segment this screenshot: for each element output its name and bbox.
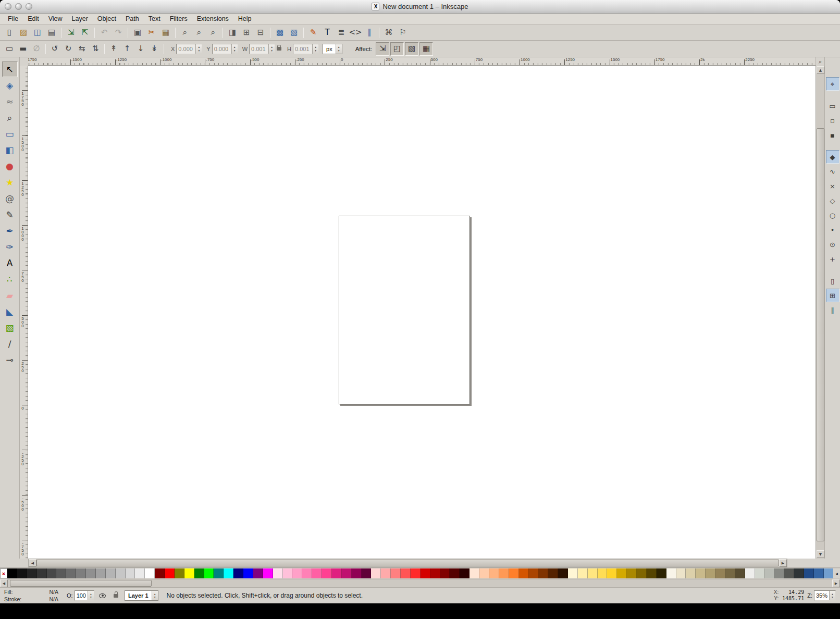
palette-swatch[interactable] (155, 568, 165, 578)
xml-editor-button[interactable]: <> (349, 26, 362, 40)
palette-swatch[interactable] (666, 568, 676, 578)
zoom-to-page-button[interactable]: ⌕ (206, 26, 220, 40)
palette-swatch[interactable] (568, 568, 578, 578)
palette-swatch[interactable] (352, 568, 362, 578)
palette-swatch[interactable] (627, 568, 637, 578)
palette-swatch[interactable] (479, 568, 489, 578)
palette-swatch[interactable] (735, 568, 745, 578)
palette-scroll-track[interactable] (8, 579, 832, 587)
scale-corners-toggle-button[interactable]: ◰ (390, 42, 404, 56)
palette-swatch[interactable] (194, 568, 204, 578)
rotate-cw-button[interactable]: ↻ (61, 42, 75, 56)
text-tool-button[interactable]: A (2, 255, 18, 271)
palette-swatch[interactable] (204, 568, 214, 578)
palette-swatch[interactable] (381, 568, 391, 578)
palette-swatch[interactable] (696, 568, 706, 578)
selector-tool-button[interactable]: ↖ (2, 61, 18, 77)
palette-menu-button[interactable]: ◂ (833, 568, 840, 578)
scroll-down-button[interactable]: ▼ (817, 550, 824, 558)
palette-swatch[interactable] (76, 568, 86, 578)
palette-swatch[interactable] (764, 568, 774, 578)
raise-to-top-button[interactable]: ↟ (107, 42, 120, 56)
horizontal-scrollbar[interactable]: ◀ ▶ (28, 559, 787, 567)
menu-filters[interactable]: Filters (165, 14, 192, 24)
eraser-tool-button[interactable]: ▰ (2, 288, 18, 303)
palette-swatch[interactable] (647, 568, 657, 578)
snap-guides-button[interactable]: ∥ (826, 303, 839, 317)
calligraphy-tool-button[interactable]: ✑ (2, 239, 18, 255)
palette-swatch[interactable] (47, 568, 57, 578)
tweak-tool-button[interactable]: ≈ (2, 94, 18, 109)
h-field[interactable]: 0.001▴▾ (293, 44, 319, 54)
zoom-to-selection-button[interactable]: ⌕ (178, 26, 192, 40)
move-patterns-toggle-button[interactable]: ▦ (419, 42, 433, 56)
palette-swatch[interactable] (715, 568, 725, 578)
palette-swatch[interactable] (421, 568, 430, 578)
palette-swatch[interactable] (411, 568, 421, 578)
snap-rotation-center-button[interactable]: + (826, 252, 839, 266)
copy-button[interactable]: ▣ (131, 26, 144, 40)
menu-object[interactable]: Object (93, 14, 121, 24)
snap-smooth-nodes-button[interactable]: ○ (826, 208, 839, 222)
palette-swatch[interactable] (96, 568, 106, 578)
palette-swatch[interactable] (578, 568, 588, 578)
fill-stroke-dialog-button[interactable]: ✎ (306, 26, 320, 40)
canvas[interactable] (28, 66, 816, 559)
opacity-field[interactable]: 100 ▴▾ (75, 590, 94, 601)
node-editor-tool-button[interactable]: ◈ (2, 78, 18, 93)
vertical-scrollbar[interactable]: ▲ ▼ (816, 66, 824, 559)
fill-value[interactable]: N/A (49, 589, 58, 595)
palette-swatch[interactable] (7, 568, 17, 578)
menu-text[interactable]: Text (144, 14, 165, 24)
ellipse-tool-button[interactable]: ● (2, 158, 18, 174)
import-bitmap-button[interactable]: ⇲ (64, 26, 78, 40)
palette-swatch[interactable] (302, 568, 312, 578)
menu-help[interactable]: Help (233, 14, 256, 24)
unit-selector[interactable]: px ▴▾ (323, 44, 342, 54)
vertical-ruler[interactable]: 17501500125010007505002500-250-500-750 (20, 66, 28, 559)
opacity-stepper[interactable]: ▴▾ (88, 591, 94, 600)
scale-stroke-toggle-button[interactable]: ⇲ (376, 42, 389, 56)
move-gradients-toggle-button[interactable]: ▧ (405, 42, 418, 56)
snap-nodes-button[interactable]: ◆ (826, 150, 839, 164)
lock-width-height-icon[interactable] (277, 47, 281, 51)
new-document-button[interactable]: ▯ (3, 26, 16, 40)
pencil-tool-button[interactable]: ✎ (2, 207, 18, 222)
palette-swatch[interactable] (292, 568, 302, 578)
select-all-layers-button[interactable]: ▬ (16, 42, 30, 56)
palette-swatch[interactable] (322, 568, 332, 578)
menu-extensions[interactable]: Extensions (192, 14, 233, 24)
align-dialog-button[interactable]: ∥ (363, 26, 376, 40)
palette-swatch[interactable] (56, 568, 66, 578)
scroll-right-button[interactable]: ▶ (779, 559, 787, 567)
snap-grid-button[interactable]: ⊞ (826, 289, 839, 302)
spiral-tool-button[interactable]: @ (2, 191, 18, 206)
dropper-tool-button[interactable]: ∕ (2, 336, 18, 352)
snap-bbox-edges-button[interactable]: ▫ (826, 114, 839, 127)
palette-swatch[interactable] (499, 568, 509, 578)
group-objects-button[interactable]: ▩ (273, 26, 287, 40)
palette-swatch[interactable] (460, 568, 470, 578)
x-field[interactable]: 0.000▴▾ (176, 44, 202, 54)
palette-swatch[interactable] (253, 568, 263, 578)
palette-swatch[interactable] (362, 568, 372, 578)
star-tool-button[interactable]: ★ (2, 175, 18, 190)
create-clone-button[interactable]: ⊞ (240, 26, 253, 40)
lower-button[interactable]: ↓ (134, 42, 147, 56)
palette-swatch[interactable] (794, 568, 804, 578)
palette-swatch[interactable] (224, 568, 233, 578)
palette-swatch[interactable] (657, 568, 666, 578)
palette-swatch[interactable] (598, 568, 608, 578)
flip-vertical-button[interactable]: ⇅ (89, 42, 102, 56)
select-all-button[interactable]: ▭ (3, 42, 16, 56)
palette-swatch[interactable] (725, 568, 735, 578)
horizontal-ruler[interactable]: -1750-1500-1250-1000-750-500-25002505007… (28, 57, 816, 66)
palette-swatch[interactable] (116, 568, 126, 578)
close-button[interactable] (5, 3, 11, 10)
flip-horizontal-button[interactable]: ⇆ (75, 42, 89, 56)
palette-scrollbar[interactable]: ◀ ▶ (0, 579, 840, 587)
palette-swatch[interactable] (814, 568, 824, 578)
cut-button[interactable]: ✂ (145, 26, 158, 40)
horizontal-scroll-thumb[interactable] (36, 560, 779, 566)
palette-scroll-thumb[interactable] (10, 580, 152, 587)
